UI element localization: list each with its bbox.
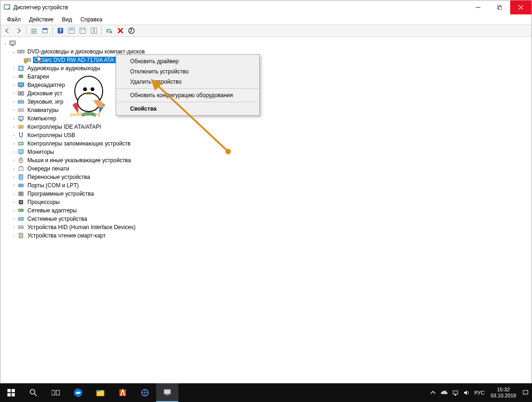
tree-category[interactable]: ›Мыши и иные указывающие устройства [1,156,531,165]
taskbar-app-explorer[interactable] [89,383,112,402]
expand-icon[interactable]: › [11,165,17,172]
menu-view[interactable]: Вид [58,15,76,24]
expand-icon[interactable]: › [11,149,17,155]
ctx-uninstall-device[interactable]: Удалить устройство [116,77,259,87]
close-button[interactable] [510,0,532,14]
tree-category[interactable]: ›Батареи [1,72,531,81]
tree-category[interactable]: ›Аудиовходы и аудиовыходы [1,64,531,72]
expand-icon[interactable]: › [11,191,17,197]
scan-hardware-button[interactable] [104,26,114,36]
view-button-1[interactable] [66,26,77,36]
view-button-3[interactable] [89,26,99,36]
app-icon [3,4,11,11]
expand-icon[interactable]: ⌄ [11,48,17,55]
tree-category[interactable]: ›Компьютер [1,114,531,123]
tree-category[interactable]: ›Переносные устройства [1,173,531,181]
expand-icon[interactable]: › [11,99,17,105]
expand-icon[interactable]: › [11,216,17,222]
svg-rect-28 [11,45,14,46]
category-label: Сетевые адаптеры [26,207,78,214]
ctx-update-driver[interactable]: Обновить драйвер [116,56,259,66]
task-view-button[interactable] [45,383,67,402]
expand-icon[interactable]: › [11,207,17,214]
taskbar-app-2[interactable] [134,383,156,402]
ctx-properties[interactable]: Свойства [116,104,259,114]
svg-rect-91 [52,390,55,395]
device-category-icon [17,165,25,172]
svg-rect-44 [18,109,24,112]
back-button[interactable] [2,26,13,36]
category-label: Аудиовходы и аудиовыходы [26,65,101,72]
tree-category[interactable]: ›Звуковые, игр [1,98,531,106]
expand-icon[interactable]: › [11,157,17,164]
expand-icon[interactable]: › [11,132,17,138]
tree-category[interactable]: ›Дисковые уст [1,89,531,98]
show-all-button[interactable] [29,26,39,36]
expand-icon[interactable]: › [11,232,17,239]
tree-category[interactable]: ›Сетевые адаптеры [1,206,531,215]
taskbar-app-edge[interactable] [67,383,89,402]
tree-category[interactable]: ›Клавиатуры [1,106,531,114]
svg-point-30 [20,51,22,53]
tray-onedrive-icon[interactable] [439,383,450,402]
view-button-2[interactable] [78,26,88,36]
tray-language[interactable]: РУС [472,383,487,402]
category-label: Устройства HID (Human Interface Devices) [26,224,137,231]
minimize-button[interactable] [467,0,489,14]
device-category-icon [17,173,25,181]
tree-category[interactable]: ›Устройства HID (Human Interface Devices… [1,223,531,231]
expand-icon[interactable]: › [11,224,17,231]
ctx-scan-hardware[interactable]: Обновить конфигурацию оборудования [116,90,259,100]
expand-icon[interactable]: ⌄ [2,40,9,46]
expand-icon[interactable]: › [11,174,17,180]
expand-icon[interactable]: › [11,115,17,122]
tree-category[interactable]: ›Контроллеры USB [1,131,531,139]
tree-category[interactable]: ›Процессоры [1,198,531,206]
clock-date: 03.10.2018 [491,393,516,399]
expand-icon[interactable]: › [11,82,17,88]
tree-category[interactable]: ›Мониторы [1,148,531,156]
properties-button[interactable] [40,26,50,36]
taskbar-app-device-manager[interactable] [156,383,178,402]
tray-expand-icon[interactable] [427,383,439,402]
expand-icon[interactable]: › [11,182,17,189]
maximize-button[interactable] [489,0,510,14]
tree-category[interactable]: ›Видеоадаптер [1,81,531,89]
taskbar-app-1[interactable] [112,383,134,402]
tree-category[interactable]: ›Системные устройства [1,215,531,223]
start-button[interactable] [0,383,22,402]
menu-help[interactable]: Справка [77,15,106,24]
tray-notifications-icon[interactable] [520,383,531,402]
tree-category[interactable]: ›Очереди печати [1,165,531,173]
tree-category-dvd[interactable]: ⌄ DVD-дисководы и дисководы компакт-диск… [1,47,531,56]
expand-icon[interactable]: › [11,73,17,80]
tray-clock[interactable]: 15:32 03.10.2018 [487,387,520,399]
forward-button[interactable] [13,26,24,36]
menu-file[interactable]: Файл [3,15,25,24]
menu-action[interactable]: Действие [26,15,58,24]
expand-icon[interactable]: › [11,107,17,113]
update-driver-button[interactable] [126,26,137,36]
uninstall-button[interactable] [115,26,125,36]
tree-device-dvd-optiarc[interactable]: ! Optiarc DVD RW AD-7170A ATA Device [1,56,531,64]
search-button[interactable] [22,383,45,402]
tree-category[interactable]: ›Программные устройства [1,190,531,198]
tree-category[interactable]: ›Контроллеры IDE ATA/ATAPI [1,123,531,131]
expand-icon[interactable]: › [11,199,17,205]
tree-category[interactable]: ›Контроллеры запоминающих устройств [1,139,531,148]
expand-icon[interactable]: › [11,90,17,97]
tree-category[interactable]: ›Порты (COM и LPT) [1,181,531,190]
help-button[interactable]: ? [55,26,66,36]
device-category-icon [17,232,25,239]
expand-icon[interactable]: › [11,124,17,130]
device-category-icon [17,207,25,214]
expand-icon[interactable]: › [11,140,17,147]
tree-category[interactable]: ›Устройства чтения смарт-карт [1,231,531,240]
ctx-disable-device[interactable]: Отключить устройство [116,66,259,77]
tray-volume-icon[interactable] [461,383,472,402]
tree-root[interactable]: ⌄ [1,39,531,47]
tray-network-icon[interactable] [450,383,461,402]
expand-icon[interactable]: › [11,65,17,72]
category-label: Программные устройства [26,191,95,197]
category-label: Контроллеры запоминающих устройств [26,140,131,147]
